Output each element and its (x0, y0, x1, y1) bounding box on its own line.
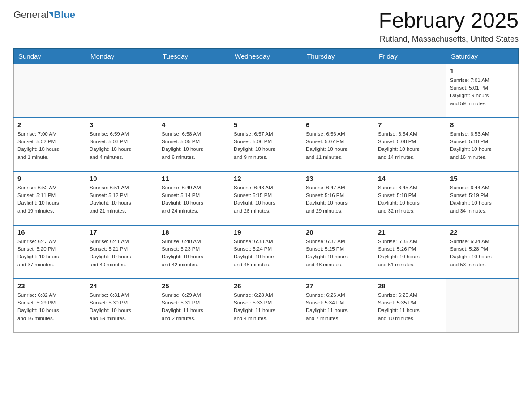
day-number: 11 (162, 175, 226, 182)
table-row: 5Sunrise: 6:57 AMSunset: 5:06 PMDaylight… (230, 118, 302, 171)
table-row (374, 64, 446, 118)
day-number: 18 (162, 228, 226, 236)
table-row: 26Sunrise: 6:28 AMSunset: 5:33 PMDayligh… (230, 279, 302, 333)
col-thursday: Thursday (302, 48, 374, 64)
day-info: Sunrise: 6:31 AMSunset: 5:30 PMDaylight:… (90, 291, 154, 322)
day-number: 3 (90, 121, 154, 128)
day-number: 25 (162, 282, 226, 290)
day-info: Sunrise: 6:56 AMSunset: 5:07 PMDaylight:… (306, 130, 370, 161)
day-info: Sunrise: 6:25 AMSunset: 5:35 PMDaylight:… (378, 291, 442, 322)
day-info: Sunrise: 6:37 AMSunset: 5:25 PMDaylight:… (306, 238, 370, 269)
day-number: 17 (90, 228, 154, 236)
day-number: 20 (306, 228, 370, 236)
table-row: 8Sunrise: 6:53 AMSunset: 5:10 PMDaylight… (446, 118, 519, 171)
day-info: Sunrise: 6:52 AMSunset: 5:11 PMDaylight:… (17, 184, 82, 215)
day-info: Sunrise: 6:49 AMSunset: 5:14 PMDaylight:… (162, 184, 226, 215)
table-row: 3Sunrise: 6:59 AMSunset: 5:03 PMDaylight… (86, 118, 158, 171)
logo-blue-text: Blue (54, 9, 75, 21)
day-number: 19 (234, 228, 298, 236)
day-number: 24 (90, 282, 154, 290)
day-number: 8 (450, 121, 515, 128)
table-row (86, 64, 158, 118)
table-row (230, 64, 302, 118)
table-row (158, 64, 230, 118)
col-wednesday: Wednesday (230, 48, 302, 64)
day-number: 2 (17, 121, 82, 128)
calendar-header-row: Sunday Monday Tuesday Wednesday Thursday… (14, 48, 519, 64)
day-number: 6 (306, 121, 370, 128)
week-row: 16Sunrise: 6:43 AMSunset: 5:20 PMDayligh… (14, 225, 519, 279)
day-info: Sunrise: 6:45 AMSunset: 5:18 PMDaylight:… (378, 184, 442, 215)
day-info: Sunrise: 6:59 AMSunset: 5:03 PMDaylight:… (90, 130, 154, 161)
week-row: 2Sunrise: 7:00 AMSunset: 5:02 PMDaylight… (14, 118, 519, 171)
day-info: Sunrise: 6:28 AMSunset: 5:33 PMDaylight:… (234, 291, 298, 322)
table-row (446, 279, 519, 333)
col-tuesday: Tuesday (158, 48, 230, 64)
day-number: 26 (234, 282, 298, 290)
table-row: 11Sunrise: 6:49 AMSunset: 5:14 PMDayligh… (158, 171, 230, 225)
col-saturday: Saturday (446, 48, 519, 64)
day-info: Sunrise: 6:38 AMSunset: 5:24 PMDaylight:… (234, 238, 298, 269)
title-section: February 2025 Rutland, Massachusetts, Un… (379, 9, 519, 44)
day-number: 21 (378, 228, 442, 236)
table-row: 6Sunrise: 6:56 AMSunset: 5:07 PMDaylight… (302, 118, 374, 171)
table-row: 18Sunrise: 6:40 AMSunset: 5:23 PMDayligh… (158, 225, 230, 279)
table-row: 14Sunrise: 6:45 AMSunset: 5:18 PMDayligh… (374, 171, 446, 225)
day-info: Sunrise: 6:53 AMSunset: 5:10 PMDaylight:… (450, 130, 515, 161)
col-sunday: Sunday (14, 48, 86, 64)
week-row: 1Sunrise: 7:01 AMSunset: 5:01 PMDaylight… (14, 64, 519, 118)
day-number: 1 (450, 67, 515, 75)
day-number: 22 (450, 228, 515, 236)
table-row: 24Sunrise: 6:31 AMSunset: 5:30 PMDayligh… (86, 279, 158, 333)
col-friday: Friday (374, 48, 446, 64)
table-row: 16Sunrise: 6:43 AMSunset: 5:20 PMDayligh… (14, 225, 86, 279)
table-row: 12Sunrise: 6:48 AMSunset: 5:15 PMDayligh… (230, 171, 302, 225)
day-info: Sunrise: 6:44 AMSunset: 5:19 PMDaylight:… (450, 184, 515, 215)
day-number: 16 (17, 228, 82, 236)
day-info: Sunrise: 6:32 AMSunset: 5:29 PMDaylight:… (17, 291, 82, 322)
logo-arrow-icon (49, 12, 53, 17)
day-number: 15 (450, 175, 515, 182)
day-info: Sunrise: 6:35 AMSunset: 5:26 PMDaylight:… (378, 238, 442, 269)
day-number: 7 (378, 121, 442, 128)
table-row: 9Sunrise: 6:52 AMSunset: 5:11 PMDaylight… (14, 171, 86, 225)
month-title: February 2025 (379, 9, 519, 33)
table-row: 25Sunrise: 6:29 AMSunset: 5:31 PMDayligh… (158, 279, 230, 333)
day-info: Sunrise: 6:26 AMSunset: 5:34 PMDaylight:… (306, 291, 370, 322)
day-info: Sunrise: 6:47 AMSunset: 5:16 PMDaylight:… (306, 184, 370, 215)
week-row: 9Sunrise: 6:52 AMSunset: 5:11 PMDaylight… (14, 171, 519, 225)
table-row: 7Sunrise: 6:54 AMSunset: 5:08 PMDaylight… (374, 118, 446, 171)
day-number: 14 (378, 175, 442, 182)
day-number: 9 (17, 175, 82, 182)
table-row (14, 64, 86, 118)
location-subtitle: Rutland, Massachusetts, United States (379, 34, 519, 44)
day-number: 12 (234, 175, 298, 182)
logo-general-text: General (13, 9, 48, 21)
day-info: Sunrise: 6:48 AMSunset: 5:15 PMDaylight:… (234, 184, 298, 215)
table-row: 10Sunrise: 6:51 AMSunset: 5:12 PMDayligh… (86, 171, 158, 225)
day-info: Sunrise: 6:43 AMSunset: 5:20 PMDaylight:… (17, 238, 82, 269)
day-number: 13 (306, 175, 370, 182)
table-row: 2Sunrise: 7:00 AMSunset: 5:02 PMDaylight… (14, 118, 86, 171)
day-info: Sunrise: 6:34 AMSunset: 5:28 PMDaylight:… (450, 238, 515, 269)
table-row: 1Sunrise: 7:01 AMSunset: 5:01 PMDaylight… (446, 64, 519, 118)
table-row: 23Sunrise: 6:32 AMSunset: 5:29 PMDayligh… (14, 279, 86, 333)
table-row: 21Sunrise: 6:35 AMSunset: 5:26 PMDayligh… (374, 225, 446, 279)
week-row: 23Sunrise: 6:32 AMSunset: 5:29 PMDayligh… (14, 279, 519, 333)
table-row: 20Sunrise: 6:37 AMSunset: 5:25 PMDayligh… (302, 225, 374, 279)
day-info: Sunrise: 6:51 AMSunset: 5:12 PMDaylight:… (90, 184, 154, 215)
day-info: Sunrise: 7:00 AMSunset: 5:02 PMDaylight:… (17, 130, 82, 161)
day-info: Sunrise: 6:58 AMSunset: 5:05 PMDaylight:… (162, 130, 226, 161)
table-row: 4Sunrise: 6:58 AMSunset: 5:05 PMDaylight… (158, 118, 230, 171)
day-info: Sunrise: 6:40 AMSunset: 5:23 PMDaylight:… (162, 238, 226, 269)
table-row: 15Sunrise: 6:44 AMSunset: 5:19 PMDayligh… (446, 171, 519, 225)
page-header: General Blue February 2025 Rutland, Mass… (13, 9, 519, 44)
table-row: 22Sunrise: 6:34 AMSunset: 5:28 PMDayligh… (446, 225, 519, 279)
day-number: 10 (90, 175, 154, 182)
table-row: 28Sunrise: 6:25 AMSunset: 5:35 PMDayligh… (374, 279, 446, 333)
col-monday: Monday (86, 48, 158, 64)
table-row: 27Sunrise: 6:26 AMSunset: 5:34 PMDayligh… (302, 279, 374, 333)
table-row: 17Sunrise: 6:41 AMSunset: 5:21 PMDayligh… (86, 225, 158, 279)
logo: General Blue (13, 9, 75, 21)
day-info: Sunrise: 7:01 AMSunset: 5:01 PMDaylight:… (450, 77, 515, 107)
